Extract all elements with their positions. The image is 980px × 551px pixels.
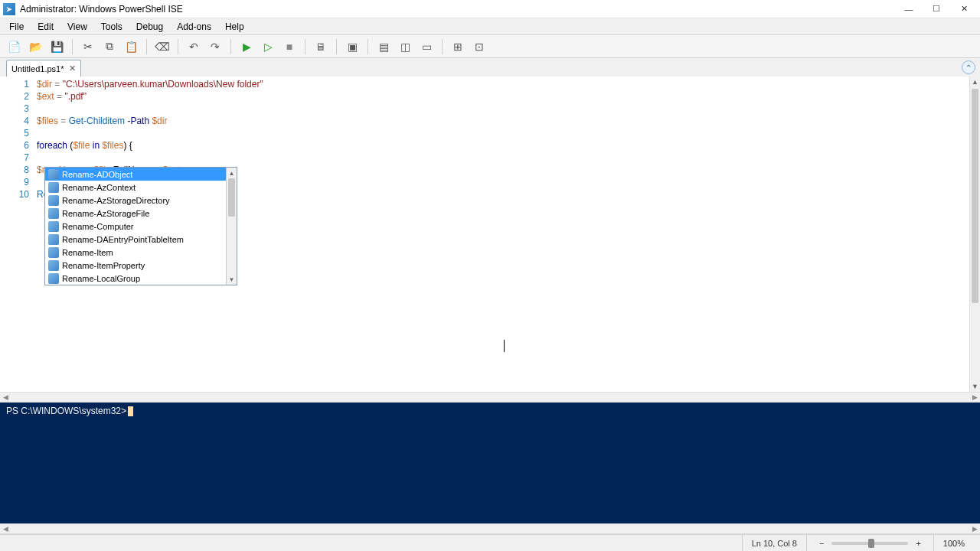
scroll-thumb[interactable] xyxy=(228,178,235,217)
zoom-in-button[interactable]: + xyxy=(913,539,923,548)
intellisense-item[interactable]: Rename-ItemProperty xyxy=(45,259,226,272)
menu-debug[interactable]: Debug xyxy=(130,20,169,34)
separator xyxy=(305,39,305,54)
tab-label: Untitled1.ps1* xyxy=(11,64,64,73)
intellisense-item[interactable]: Rename-AzStorageFile xyxy=(45,207,226,220)
title-bar: ➤ Administrator: Windows PowerShell ISE … xyxy=(0,0,980,18)
show-command-icon[interactable]: ⊞ xyxy=(449,37,467,56)
scroll-up-icon[interactable]: ▲ xyxy=(227,168,237,178)
scroll-down-icon[interactable]: ▼ xyxy=(227,274,237,285)
scroll-right-icon[interactable]: ▶ xyxy=(969,524,980,533)
separator xyxy=(442,39,443,54)
intellisense-item[interactable]: Rename-Item xyxy=(45,246,226,259)
minimize-button[interactable]: — xyxy=(896,2,922,17)
undo-icon[interactable]: ↶ xyxy=(185,37,203,56)
line-gutter: 1 2 3 4 5 6 7 8 9 10 xyxy=(0,77,34,392)
window-title: Administrator: Windows PowerShell ISE xyxy=(20,4,896,15)
cursor-position: Ln 10, Col 8 xyxy=(742,535,806,551)
intellisense-popup[interactable]: Rename-ADObject Rename-AzContext Rename-… xyxy=(44,167,237,285)
remote-icon[interactable]: 🖥 xyxy=(312,37,330,56)
show-script-top-icon[interactable]: ▤ xyxy=(374,37,393,56)
copy-icon[interactable]: ⧉ xyxy=(100,37,119,56)
show-command-addon-icon[interactable]: ⊡ xyxy=(470,37,488,56)
console-bottom-scrollbar[interactable]: ◀ ▶ xyxy=(0,523,980,534)
save-icon[interactable]: 💾 xyxy=(47,37,66,56)
cut-icon[interactable]: ✂ xyxy=(79,37,97,56)
scroll-thumb[interactable] xyxy=(972,89,978,303)
editor-tab-bar: Untitled1.ps1* ✕ ⌃ xyxy=(0,58,980,77)
new-icon[interactable]: 📄 xyxy=(5,37,23,56)
intellisense-item[interactable]: Rename-ADObject xyxy=(45,168,226,181)
editor-vertical-scrollbar[interactable]: ▲ ▼ xyxy=(969,77,980,392)
show-script-right-icon[interactable]: ◫ xyxy=(396,37,414,56)
editor-tab[interactable]: Untitled1.ps1* ✕ xyxy=(6,60,81,77)
zoom-level: 100% xyxy=(933,535,974,551)
cmdlet-icon xyxy=(48,195,59,206)
menu-tools[interactable]: Tools xyxy=(95,20,129,34)
run-selection-icon[interactable]: ▷ xyxy=(259,37,277,56)
menu-view[interactable]: View xyxy=(61,20,93,34)
powershell-tab-icon[interactable]: ▣ xyxy=(343,37,361,56)
scroll-right-icon[interactable]: ▶ xyxy=(969,393,980,402)
cmdlet-icon xyxy=(48,182,59,193)
separator xyxy=(72,39,73,54)
menu-file[interactable]: File xyxy=(3,20,30,34)
pane-toggle-icon[interactable]: ⌃ xyxy=(962,60,975,74)
tab-close-icon[interactable]: ✕ xyxy=(69,64,76,73)
scroll-left-icon[interactable]: ◀ xyxy=(0,393,11,402)
zoom-control: − + xyxy=(806,535,933,551)
cmdlet-icon xyxy=(48,247,59,258)
menu-edit[interactable]: Edit xyxy=(31,20,60,34)
app-icon: ➤ xyxy=(3,3,15,15)
maximize-button[interactable]: ☐ xyxy=(923,2,949,17)
show-script-max-icon[interactable]: ▭ xyxy=(417,37,436,56)
separator xyxy=(230,39,231,54)
run-script-icon[interactable]: ▶ xyxy=(237,37,256,56)
separator xyxy=(146,39,147,54)
intellisense-item[interactable]: Rename-AzContext xyxy=(45,181,226,194)
intellisense-scrollbar[interactable]: ▲ ▼ xyxy=(226,168,237,285)
zoom-slider[interactable] xyxy=(831,542,908,545)
scroll-up-icon[interactable]: ▲ xyxy=(970,77,980,87)
open-icon[interactable]: 📂 xyxy=(26,37,44,56)
console-prompt: PS C:\WINDOWS\system32> xyxy=(6,406,126,416)
cmdlet-icon xyxy=(48,260,59,271)
cmdlet-icon xyxy=(48,221,59,232)
zoom-out-button[interactable]: − xyxy=(816,539,827,548)
stop-icon[interactable]: ■ xyxy=(280,37,299,56)
cmdlet-icon xyxy=(48,169,59,180)
cmdlet-icon xyxy=(48,208,59,219)
redo-icon[interactable]: ↷ xyxy=(206,37,224,56)
separator xyxy=(178,39,178,54)
menu-bar: File Edit View Tools Debug Add-ons Help xyxy=(0,18,980,35)
menu-help[interactable]: Help xyxy=(219,20,250,34)
paste-icon[interactable]: 📋 xyxy=(122,37,140,56)
status-bar: Ln 10, Col 8 − + 100% xyxy=(0,534,980,551)
console-pane[interactable]: PS C:\WINDOWS\system32> xyxy=(0,403,980,523)
separator xyxy=(368,39,368,54)
zoom-slider-thumb[interactable] xyxy=(868,539,874,548)
console-cursor xyxy=(128,406,133,416)
toolbar: 📄 📂 💾 ✂ ⧉ 📋 ⌫ ↶ ↷ ▶ ▷ ■ 🖥 ▣ ▤ ◫ ▭ ⊞ ⊡ xyxy=(0,35,980,58)
intellisense-item[interactable]: Rename-AzStorageDirectory xyxy=(45,194,226,207)
cmdlet-icon xyxy=(48,234,59,245)
intellisense-item[interactable]: Rename-Computer xyxy=(45,220,226,233)
clear-icon[interactable]: ⌫ xyxy=(153,37,172,56)
cmdlet-icon xyxy=(48,273,59,284)
menu-addons[interactable]: Add-ons xyxy=(171,20,217,34)
horizontal-splitter[interactable]: ◀ ▶ xyxy=(0,392,980,403)
text-cursor xyxy=(504,340,505,352)
intellisense-item[interactable]: Rename-LocalGroup xyxy=(45,272,226,285)
intellisense-item[interactable]: Rename-DAEntryPointTableItem xyxy=(45,233,226,246)
scroll-left-icon[interactable]: ◀ xyxy=(0,524,11,533)
scroll-down-icon[interactable]: ▼ xyxy=(970,381,980,392)
separator xyxy=(336,39,337,54)
close-button[interactable]: ✕ xyxy=(951,2,977,17)
